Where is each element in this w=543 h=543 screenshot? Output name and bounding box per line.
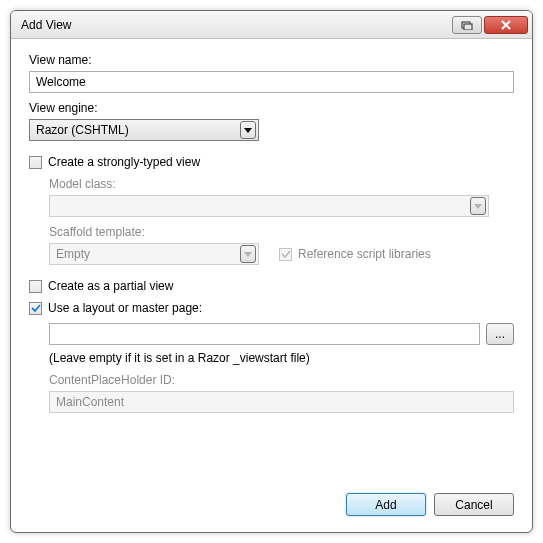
svg-rect-1 <box>464 24 472 30</box>
scaffold-template-value: Empty <box>56 247 240 261</box>
strongly-typed-label: Create a strongly-typed view <box>48 155 200 169</box>
use-layout-row: Use a layout or master page: <box>29 301 514 315</box>
cph-label: ContentPlaceHolder ID: <box>49 373 514 387</box>
partial-view-row: Create as a partial view <box>29 279 514 293</box>
chevron-down-icon <box>470 197 486 215</box>
use-layout-label: Use a layout or master page: <box>48 301 202 315</box>
dialog-footer: Add Cancel <box>29 483 514 520</box>
add-button[interactable]: Add <box>346 493 426 516</box>
partial-view-label: Create as a partial view <box>48 279 173 293</box>
view-engine-value: Razor (CSHTML) <box>36 123 240 137</box>
model-class-combo <box>49 195 489 217</box>
cph-input <box>49 391 514 413</box>
reference-script-label: Reference script libraries <box>298 247 431 261</box>
view-name-input[interactable] <box>29 71 514 93</box>
cancel-button[interactable]: Cancel <box>434 493 514 516</box>
scaffold-template-label: Scaffold template: <box>49 225 514 239</box>
chevron-down-icon <box>240 121 256 139</box>
layout-path-input[interactable] <box>49 323 480 345</box>
strongly-typed-row: Create a strongly-typed view <box>29 155 514 169</box>
reference-script-checkbox <box>279 248 292 261</box>
add-view-dialog: Add View View name: View engine: Razor (… <box>10 10 533 533</box>
close-button[interactable] <box>484 16 528 34</box>
check-icon <box>281 249 291 259</box>
titlebar: Add View <box>11 11 532 39</box>
layout-hint: (Leave empty if it is set in a Razor _vi… <box>49 351 514 365</box>
chevron-down-icon <box>240 245 256 263</box>
partial-view-checkbox[interactable] <box>29 280 42 293</box>
browse-button[interactable]: ... <box>486 323 514 345</box>
use-layout-checkbox[interactable] <box>29 302 42 315</box>
dialog-content: View name: View engine: Razor (CSHTML) C… <box>11 39 532 532</box>
layout-section: ... (Leave empty if it is set in a Razor… <box>49 315 514 413</box>
view-engine-label: View engine: <box>29 101 514 115</box>
minimize-restore-icon <box>461 20 473 30</box>
view-engine-combo[interactable]: Razor (CSHTML) <box>29 119 259 141</box>
close-icon <box>500 20 512 30</box>
reference-script-row: Reference script libraries <box>279 247 431 261</box>
minimize-button[interactable] <box>452 16 482 34</box>
view-name-label: View name: <box>29 53 514 67</box>
strongly-typed-checkbox[interactable] <box>29 156 42 169</box>
scaffold-template-combo: Empty <box>49 243 259 265</box>
strongly-typed-section: Model class: Scaffold template: Empty Re… <box>49 169 514 265</box>
window-title: Add View <box>21 18 450 32</box>
model-class-label: Model class: <box>49 177 514 191</box>
check-icon <box>31 303 41 313</box>
ellipsis-icon: ... <box>495 327 505 341</box>
